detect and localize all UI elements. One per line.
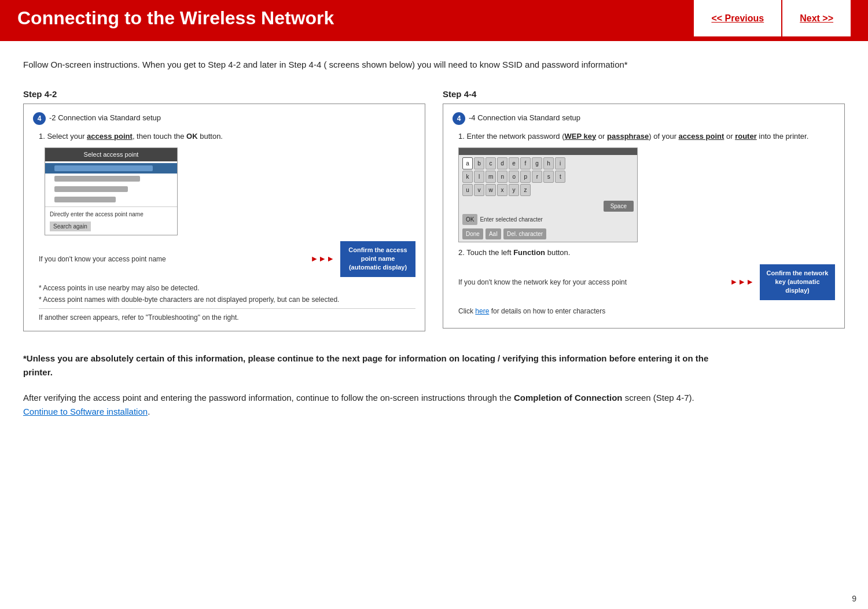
kb-row-1: a b c d e f g h i xyxy=(462,157,634,169)
kb-done-key[interactable]: Done xyxy=(462,228,483,239)
ap-item-selected xyxy=(45,163,177,174)
step-42-note2: * Access point names with double-byte ch… xyxy=(39,294,415,305)
step-42-confirm-box: Confirm the access point name (automatic… xyxy=(340,241,415,277)
step-44-arrow-confirm: If you don't know the network key for yo… xyxy=(458,264,835,300)
step-42-arrow-confirm: If you don't know your access point name… xyxy=(39,241,415,277)
step-44-here-link[interactable]: here xyxy=(475,307,489,315)
nav-buttons: << Previous Next >> xyxy=(694,0,851,36)
intro-text: Follow On-screen instructions. When you … xyxy=(23,58,718,72)
kb-ok-key[interactable]: OK xyxy=(462,214,477,225)
kb-aal-key[interactable]: AaI xyxy=(486,228,501,239)
red-bar xyxy=(0,36,868,41)
ap-header: Select access point xyxy=(45,148,177,161)
step-42-arrow-text: If you don't know your access point name xyxy=(39,254,304,264)
access-point-selector: Select access point xyxy=(45,147,178,235)
step-44-instruction2: 2. Touch the left Function button. xyxy=(458,247,835,259)
step-44-confirm-box: Confirm the network key (automatic displ… xyxy=(760,264,835,300)
step-42-note1: * Access points in use nearby may also b… xyxy=(39,283,415,293)
step-42-badge: 4 xyxy=(33,112,46,125)
steps-row: Step 4-2 4-2 Connection via Standard set… xyxy=(23,89,845,331)
step-44-click-note: Click here for details on how to enter c… xyxy=(458,306,835,316)
kb-enter-label: Enter selected character xyxy=(480,214,542,225)
page-number: 9 xyxy=(852,594,856,603)
step-42-instruction1: 1. Select your access point, then touch … xyxy=(39,131,415,142)
warning-text: *Unless you are absolutely certain of th… xyxy=(23,352,718,379)
ap-search[interactable]: Search again xyxy=(50,222,91,231)
step-42-container: Step 4-2 4-2 Connection via Standard set… xyxy=(23,89,425,331)
step-44-label: Step 4-4 xyxy=(443,89,845,99)
kb-del-key[interactable]: Del. character xyxy=(503,228,546,239)
after-text: After verifying the access point and ent… xyxy=(23,391,718,419)
page-title: Connecting to the Wireless Network xyxy=(17,8,694,29)
ap-item-1 xyxy=(45,174,177,184)
main-content: Follow On-screen instructions. When you … xyxy=(0,41,868,442)
previous-button[interactable]: << Previous xyxy=(694,0,782,36)
step-44-arrow-text: If you don't know the network key for yo… xyxy=(458,277,724,287)
step-44-subtitle: 4-4 Connection via Standard setup xyxy=(453,112,835,125)
kb-row-2: k l m n o p r s t xyxy=(462,171,634,183)
arrows-icon: ►►► xyxy=(310,253,334,265)
step-44-instruction1: 1. Enter the network password (WEP key o… xyxy=(458,131,835,142)
step-42-box: 4-2 Connection via Standard setup 1. Sel… xyxy=(23,104,425,331)
next-button[interactable]: Next >> xyxy=(782,0,851,36)
step-42-notes: * Access points in use nearby may also b… xyxy=(39,283,415,305)
keyboard-mockup: a b c d e f g h i k l xyxy=(458,147,638,242)
header: Connecting to the Wireless Network << Pr… xyxy=(0,0,868,36)
kb-row-3: u v w x y z xyxy=(462,184,634,196)
step-44-badge: 4 xyxy=(453,112,465,125)
step-42-bottom-note: If another screen appears, refer to "Tro… xyxy=(39,308,415,323)
step-44-box: 4-4 Connection via Standard setup 1. Ent… xyxy=(443,104,845,329)
ap-direct: Directly enter the access point name xyxy=(45,209,177,220)
step-44-arrows-icon: ►►► xyxy=(730,276,754,288)
step-44-container: Step 4-4 4-4 Connection via Standard set… xyxy=(443,89,845,331)
kb-space-key[interactable]: Space xyxy=(604,201,634,212)
step-42-subtitle: 4-2 Connection via Standard setup xyxy=(33,112,415,125)
ap-item-2 xyxy=(45,184,177,194)
step-42-label: Step 4-2 xyxy=(23,89,425,99)
software-installation-link[interactable]: Continue to Software installation xyxy=(23,407,148,416)
ap-item-3 xyxy=(45,194,177,205)
ap-list: Directly enter the access point name Sea… xyxy=(45,161,177,235)
